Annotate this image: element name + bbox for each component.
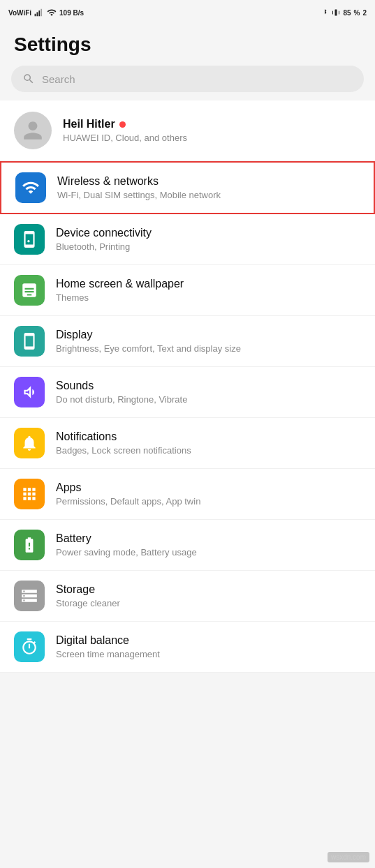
battery-text: Battery Power saving mode, Battery usage	[56, 532, 361, 558]
notifications-title: Notifications	[56, 431, 361, 443]
svg-rect-0	[35, 14, 36, 17]
settings-item-battery[interactable]: Battery Power saving mode, Battery usage	[0, 520, 375, 571]
sounds-text: Sounds Do not disturb, Ringtone, Vibrate	[56, 380, 361, 405]
signal-icon	[34, 8, 44, 17]
notifications-subtitle: Badges, Lock screen notifications	[56, 445, 361, 456]
apps-subtitle: Permissions, Default apps, App twin	[56, 496, 361, 507]
battery-subtitle: Power saving mode, Battery usage	[56, 547, 361, 558]
digital-balance-icon-box	[14, 631, 45, 662]
wifi-settings-icon	[22, 179, 40, 197]
profile-subtitle: HUAWEI ID, Cloud, and others	[63, 133, 187, 143]
display-text: Display Brightness, Eye comfort, Text an…	[56, 329, 361, 354]
settings-list: Wireless & networks Wi-Fi, Dual SIM sett…	[0, 161, 375, 673]
sounds-subtitle: Do not disturb, Ringtone, Vibrate	[56, 394, 361, 405]
status-network: VoWiFi	[8, 9, 31, 17]
device-connectivity-title: Device connectivity	[56, 227, 361, 239]
svg-rect-3	[41, 9, 42, 17]
sounds-title: Sounds	[56, 380, 361, 392]
wireless-title: Wireless & networks	[57, 175, 360, 188]
digital-balance-text: Digital balance Screen time management	[56, 634, 361, 659]
storage-icon-box	[14, 581, 45, 611]
home-screen-icon	[20, 281, 38, 299]
settings-item-digital-balance[interactable]: Digital balance Screen time management	[0, 622, 375, 673]
battery-title: Battery	[56, 532, 361, 545]
settings-item-home-screen[interactable]: Home screen & wallpaper Themes	[0, 265, 375, 316]
vibrate-icon	[332, 8, 340, 17]
online-dot	[119, 121, 126, 128]
svg-rect-6	[339, 11, 339, 15]
apps-text: Apps Permissions, Default apps, App twin	[56, 481, 361, 507]
status-bar: VoWiFi 109 B/s 85 % 2	[0, 0, 375, 25]
display-title: Display	[56, 329, 361, 341]
digital-balance-icon	[20, 638, 38, 656]
battery-text: 85	[343, 9, 351, 17]
search-bar[interactable]: Search	[11, 66, 364, 92]
settings-item-display[interactable]: Display Brightness, Eye comfort, Text an…	[0, 316, 375, 367]
bluetooth-icon	[321, 8, 329, 17]
device-connectivity-subtitle: Bluetooth, Printing	[56, 241, 361, 252]
wireless-icon-box	[15, 172, 46, 203]
storage-icon	[20, 587, 38, 605]
search-icon	[22, 73, 35, 85]
avatar-icon	[22, 119, 44, 142]
device-connectivity-icon-box	[14, 224, 45, 255]
sounds-icon-box	[14, 377, 45, 407]
device-connectivity-text: Device connectivity Bluetooth, Printing	[56, 227, 361, 252]
settings-header: Settings	[0, 25, 375, 63]
profile-item[interactable]: Heil Hitler HUAWEI ID, Cloud, and others	[0, 100, 375, 161]
wireless-subtitle: Wi-Fi, Dual SIM settings, Mobile network	[57, 190, 360, 200]
settings-item-sounds[interactable]: Sounds Do not disturb, Ringtone, Vibrate	[0, 367, 375, 418]
profile-info: Heil Hitler HUAWEI ID, Cloud, and others	[63, 118, 187, 143]
sounds-icon	[20, 383, 38, 401]
settings-item-storage[interactable]: Storage Storage cleaner	[0, 571, 375, 622]
svg-rect-7	[27, 232, 33, 233]
settings-item-wireless[interactable]: Wireless & networks Wi-Fi, Dual SIM sett…	[0, 161, 375, 214]
apps-icon-box	[14, 479, 45, 509]
settings-item-device-connectivity[interactable]: Device connectivity Bluetooth, Printing	[0, 214, 375, 265]
display-subtitle: Brightness, Eye comfort, Text and displa…	[56, 343, 361, 354]
apps-title: Apps	[56, 481, 361, 494]
notifications-text: Notifications Badges, Lock screen notifi…	[56, 431, 361, 456]
carrier-text: 2	[362, 9, 367, 17]
storage-subtitle: Storage cleaner	[56, 598, 361, 608]
battery-icon-box	[14, 530, 45, 560]
wifi-icon	[47, 8, 57, 17]
display-icon-box	[14, 326, 45, 357]
svg-rect-5	[332, 11, 333, 15]
watermark: wsxdn.com	[328, 852, 369, 862]
settings-item-apps[interactable]: Apps Permissions, Default apps, App twin	[0, 469, 375, 520]
speed-text: 109 B/s	[59, 9, 84, 17]
storage-title: Storage	[56, 583, 361, 596]
home-screen-title: Home screen & wallpaper	[56, 278, 361, 290]
battery-percent: %	[354, 9, 360, 17]
status-right: 85 % 2	[321, 8, 367, 17]
storage-text: Storage Storage cleaner	[56, 583, 361, 608]
home-screen-text: Home screen & wallpaper Themes	[56, 278, 361, 303]
svg-rect-1	[37, 12, 38, 16]
battery-icon	[20, 536, 38, 554]
status-left: VoWiFi 109 B/s	[8, 8, 84, 17]
notifications-icon-box	[14, 428, 45, 458]
home-screen-icon-box	[14, 275, 45, 306]
page-title: Settings	[14, 33, 361, 56]
display-icon	[20, 332, 38, 350]
wireless-text: Wireless & networks Wi-Fi, Dual SIM sett…	[57, 175, 360, 200]
avatar	[14, 112, 52, 149]
device-connectivity-icon	[20, 230, 38, 248]
search-placeholder: Search	[42, 73, 75, 85]
profile-name: Heil Hitler	[63, 118, 187, 130]
apps-icon	[20, 485, 38, 503]
settings-item-notifications[interactable]: Notifications Badges, Lock screen notifi…	[0, 418, 375, 469]
svg-rect-4	[335, 10, 337, 16]
digital-balance-subtitle: Screen time management	[56, 649, 361, 659]
digital-balance-title: Digital balance	[56, 634, 361, 647]
svg-rect-2	[38, 10, 40, 16]
home-screen-subtitle: Themes	[56, 292, 361, 303]
notifications-icon	[20, 434, 38, 452]
